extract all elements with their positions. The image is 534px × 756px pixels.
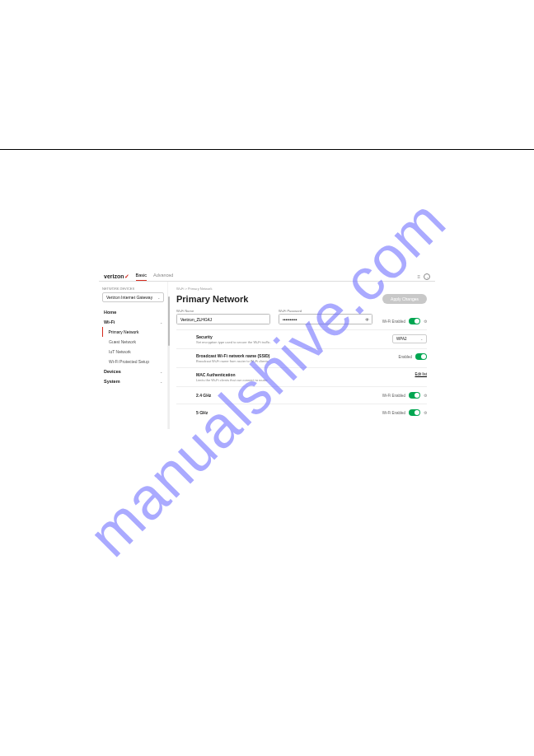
- security-title: Security: [196, 334, 374, 339]
- gear-icon[interactable]: ⚙: [424, 410, 427, 415]
- wifi-enabled-label: Wi-Fi Enabled: [382, 320, 405, 324]
- sidebar-item-wps[interactable]: Wi-Fi Protected Setup: [102, 357, 164, 366]
- logo-text: verizon: [104, 273, 124, 279]
- breadcrumb: Wi-Fi > Primary Network: [176, 287, 427, 291]
- chevron-down-icon: ⌄: [160, 370, 162, 374]
- sidebar-item-guest-network[interactable]: Guest Network: [102, 337, 164, 347]
- scrollbar-thumb[interactable]: [168, 296, 170, 346]
- band-24-status: Wi-Fi Enabled: [382, 394, 405, 398]
- mac-auth-title: MAC Authentication: [196, 372, 374, 377]
- band-5-label: 5 GHz: [196, 410, 381, 415]
- top-right-icons: ≡ ⌄: [417, 273, 430, 280]
- network-devices-label: NETWORK DEVICES: [102, 287, 164, 291]
- eye-icon[interactable]: 👁: [365, 317, 369, 322]
- tab-basic[interactable]: Basic: [136, 273, 147, 281]
- logo-check-icon: ✓: [124, 273, 129, 279]
- gear-icon[interactable]: ⚙: [424, 319, 427, 324]
- router-admin-app: verizon✓ Basic Advanced ≡ ⌄ NETWORK DEVI…: [99, 270, 435, 429]
- sidebar-item-iot-network[interactable]: IoT Network: [102, 347, 164, 357]
- security-select[interactable]: WPA2 ⌄: [392, 334, 427, 343]
- band-5-toggle[interactable]: [409, 409, 420, 416]
- sidebar-item-system[interactable]: System ⌄: [102, 376, 164, 386]
- gateway-select[interactable]: Verizon Internet Gateway ⌄: [102, 292, 164, 302]
- chevron-down-icon: ⌄: [157, 296, 160, 300]
- wifi-name-input[interactable]: [176, 314, 270, 324]
- sidebar-item-label: System: [104, 379, 120, 384]
- verizon-logo: verizon✓: [104, 273, 129, 280]
- broadcast-toggle[interactable]: [415, 353, 427, 360]
- wifi-name-label: Wi-Fi Name: [176, 309, 270, 313]
- mac-auth-desc: Limits the Wi-Fi clients that can connec…: [196, 378, 374, 382]
- chevron-down-icon: ⌄: [160, 380, 162, 384]
- sidebar-item-label: Wi-Fi: [104, 320, 115, 324]
- sidebar-item-wifi[interactable]: Wi-Fi ⌄: [102, 317, 164, 327]
- sidebar: NETWORK DEVICES Verizon Internet Gateway…: [99, 282, 168, 429]
- broadcast-status: Enabled: [398, 355, 412, 359]
- chevron-down-icon: ⌄: [160, 320, 162, 324]
- gateway-select-value: Verizon Internet Gateway: [106, 295, 152, 300]
- sidebar-item-home[interactable]: Home: [102, 307, 164, 317]
- top-tabs: Basic Advanced: [136, 273, 174, 281]
- sidebar-item-primary-network[interactable]: Primary Network: [102, 327, 164, 337]
- mac-auth-edit-link[interactable]: Edit list: [415, 372, 427, 376]
- wifi-password-label: Wi-Fi Password: [279, 309, 372, 313]
- top-bar: verizon✓ Basic Advanced ≡ ⌄: [99, 270, 435, 282]
- broadcast-title: Broadcast Wi-Fi network name (SSID): [196, 353, 374, 358]
- chevron-down-icon: ⌄: [420, 337, 423, 341]
- security-select-value: WPA2: [396, 337, 406, 341]
- wifi-password-input[interactable]: [279, 314, 372, 324]
- wifi-enabled-toggle[interactable]: [409, 318, 420, 324]
- band-5-status: Wi-Fi Enabled: [382, 411, 405, 415]
- apply-changes-button[interactable]: Apply Changes: [382, 294, 427, 304]
- sidebar-item-devices[interactable]: Devices ⌄: [102, 366, 164, 376]
- main-content: Wi-Fi > Primary Network Primary Network …: [168, 282, 435, 429]
- scrollbar-track: [168, 296, 170, 429]
- sidebar-item-label: Devices: [104, 369, 121, 374]
- page-title: Primary Network: [176, 294, 248, 304]
- band-24-label: 2.4 GHz: [196, 393, 381, 398]
- user-icon[interactable]: ⌄: [424, 273, 430, 280]
- broadcast-desc: Broadcast Wi-Fi name from router to Wi-F…: [196, 359, 374, 363]
- tab-advanced[interactable]: Advanced: [153, 273, 173, 281]
- security-desc: Set encryption type used to secure the W…: [196, 340, 374, 344]
- menu-icon[interactable]: ≡: [417, 274, 420, 279]
- band-24-toggle[interactable]: [409, 392, 420, 399]
- gear-icon[interactable]: ⚙: [424, 393, 427, 398]
